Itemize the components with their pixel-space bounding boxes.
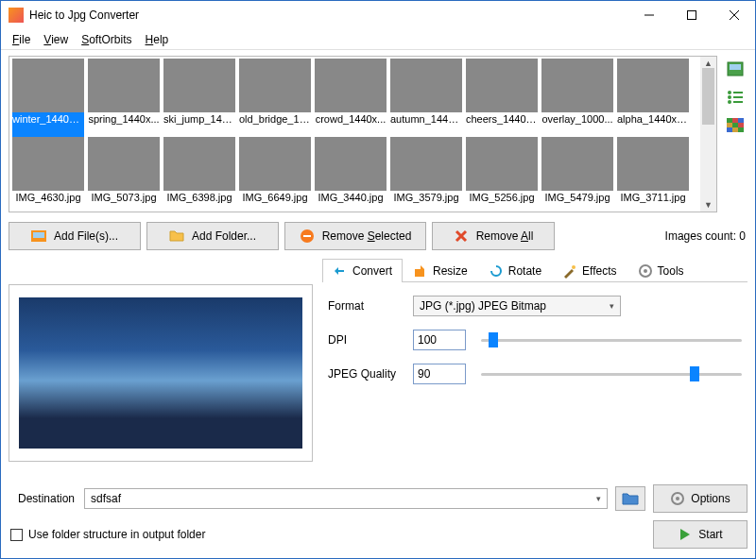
thumbnails-view-button[interactable] [725, 59, 746, 78]
thumbnail-item[interactable]: IMG_4630.jpg [11, 137, 85, 206]
thumbnail-image [12, 137, 84, 191]
browse-button[interactable] [615, 486, 645, 511]
thumbnail-image [88, 59, 160, 112]
quality-slider[interactable] [481, 364, 742, 384]
minimize-button[interactable] [627, 1, 670, 29]
images-count: Images count: 0 [665, 229, 747, 243]
scroll-up-icon[interactable]: ▲ [704, 59, 713, 68]
svg-rect-18 [727, 127, 732, 132]
thumbnail-item[interactable]: spring_1440x... [87, 59, 161, 137]
thumbnail-caption: IMG_3440.jpg [315, 191, 387, 206]
gear-icon [670, 491, 685, 506]
quality-input[interactable]: 90 [413, 364, 466, 384]
thumbnail-item[interactable]: IMG_3711.jpg [616, 137, 690, 206]
folder-icon [169, 229, 184, 244]
menu-help[interactable]: Help [140, 31, 175, 48]
thumbnail-gallery[interactable]: winter_1440x960.heicspring_1440x...ski_j… [9, 56, 717, 212]
svg-point-8 [728, 95, 731, 99]
tab-rotate[interactable]: Rotate [478, 259, 552, 282]
svg-rect-24 [303, 235, 311, 237]
thumbnail-caption: autumn_1440... [390, 112, 462, 127]
preview-pane [9, 284, 313, 462]
format-select[interactable]: JPG (*.jpg) JPEG Bitmap ▾ [413, 296, 621, 316]
destination-input[interactable]: sdfsaf ▾ [84, 488, 608, 509]
svg-rect-22 [33, 232, 44, 238]
thumbnail-item[interactable]: IMG_6649.jpg [238, 137, 312, 206]
quality-label: JPEG Quality [328, 367, 413, 381]
maximize-button[interactable] [670, 1, 713, 29]
remove-all-label: Remove All [476, 229, 534, 243]
thumbnail-caption: ski_jump_144... [163, 112, 235, 127]
thumbnail-item[interactable]: overlay_1000... [541, 59, 614, 137]
chevron-down-icon: ▾ [596, 494, 601, 503]
remove-all-button[interactable]: Remove All [432, 222, 555, 250]
thumbnail-item[interactable]: IMG_5479.jpg [541, 137, 614, 206]
thumbnail-image [541, 137, 613, 191]
thumbnail-item[interactable]: old_bridge_14... [238, 59, 312, 137]
thumbnail-item[interactable]: IMG_3440.jpg [314, 137, 387, 206]
thumbnail-image [390, 137, 462, 191]
menu-view[interactable]: View [38, 31, 74, 48]
preview-image [19, 297, 302, 449]
remove-selected-button[interactable]: Remove Selected [284, 222, 426, 250]
svg-rect-27 [415, 269, 424, 277]
thumbnail-caption: IMG_5479.jpg [541, 191, 613, 206]
thumbnail-item[interactable]: cheers_1440x... [465, 59, 539, 137]
thumbnail-caption: cheers_1440x... [466, 112, 538, 127]
window-title: Heic to Jpg Converter [29, 8, 627, 22]
thumbnail-item[interactable]: crowd_1440x... [314, 59, 387, 137]
remove-icon [300, 229, 315, 244]
tab-effects[interactable]: Effects [552, 259, 627, 282]
svg-rect-15 [727, 123, 732, 127]
menu-file[interactable]: File [7, 31, 36, 48]
thumbnail-caption: crowd_1440x... [315, 112, 387, 127]
thumbnail-image [315, 59, 387, 112]
svg-point-32 [676, 497, 679, 500]
menubar: File View SoftOrbits Help [1, 29, 755, 50]
add-folder-button[interactable]: Add Folder... [146, 222, 279, 250]
dpi-label: DPI [328, 333, 413, 347]
thumbnail-item[interactable]: IMG_6398.jpg [163, 137, 236, 206]
svg-rect-13 [732, 118, 738, 123]
options-button[interactable]: Options [653, 484, 747, 513]
thumbnail-caption: IMG_4630.jpg [12, 191, 84, 206]
scroll-down-icon[interactable]: ▼ [704, 200, 713, 210]
add-folder-label: Add Folder... [192, 229, 256, 243]
use-folder-structure-checkbox[interactable]: Use folder structure in output folder [9, 528, 205, 541]
menu-softorbits[interactable]: SoftOrbits [76, 31, 137, 48]
thumbnail-image [88, 137, 160, 191]
start-button[interactable]: Start [653, 520, 747, 549]
dpi-slider[interactable] [481, 330, 742, 350]
delete-icon [454, 229, 469, 244]
add-files-label: Add File(s)... [54, 229, 118, 243]
svg-rect-5 [730, 64, 741, 70]
thumbnail-image [239, 137, 311, 191]
close-button[interactable] [713, 1, 755, 29]
app-icon [9, 8, 24, 23]
svg-point-30 [644, 269, 647, 273]
thumbnail-caption: winter_1440x960.heic [12, 112, 84, 137]
tab-tools[interactable]: Tools [627, 259, 695, 282]
thumbnail-item[interactable]: IMG_3579.jpg [389, 137, 463, 206]
thumbnail-caption: IMG_3711.jpg [617, 191, 689, 206]
thumbnail-item[interactable]: ski_jump_144... [163, 59, 236, 137]
remove-selected-label: Remove Selected [322, 229, 412, 243]
dpi-input[interactable]: 100 [413, 330, 466, 350]
thumbnail-item[interactable]: IMG_5256.jpg [465, 137, 539, 206]
thumbnail-image [315, 137, 387, 191]
svg-rect-1 [687, 11, 696, 20]
thumbnail-caption: IMG_5256.jpg [466, 191, 538, 206]
list-view-button[interactable] [725, 88, 746, 107]
add-files-button[interactable]: Add File(s)... [9, 222, 141, 250]
tab-resize[interactable]: Resize [403, 259, 478, 282]
thumbnail-item[interactable]: autumn_1440... [389, 59, 463, 137]
thumbnail-item[interactable]: alpha_1440x9... [616, 59, 690, 137]
thumbnail-item[interactable]: IMG_5073.jpg [87, 137, 161, 206]
action-toolbar: Add File(s)... Add Folder... Remove Sele… [9, 222, 747, 250]
gallery-scrollbar[interactable]: ▲ ▼ [700, 57, 716, 212]
tab-convert[interactable]: Convert [322, 259, 403, 282]
thumbnail-item[interactable]: winter_1440x960.heic [11, 59, 85, 137]
details-view-button[interactable] [725, 116, 746, 135]
image-icon [31, 229, 46, 244]
svg-point-6 [728, 91, 731, 94]
